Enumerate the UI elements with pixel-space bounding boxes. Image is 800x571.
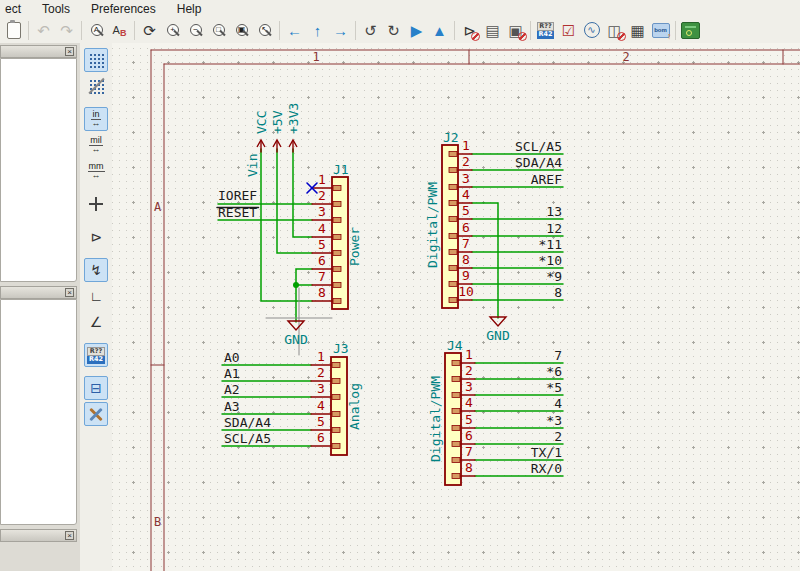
fields-table-button[interactable]: ▦	[626, 19, 649, 42]
menu-help[interactable]: Help	[175, 2, 204, 16]
pin-number: 1	[465, 347, 473, 362]
power-symbol-+5V[interactable]: +5V	[270, 110, 285, 152]
svg-text:*5: *5	[546, 380, 562, 395]
pcbnew-button[interactable]	[679, 19, 702, 42]
dock-panel-top-header[interactable]: ×	[0, 45, 77, 58]
net-label-2[interactable]: 2	[554, 429, 562, 444]
assign-footprints-button[interactable]: ◫	[603, 19, 626, 42]
tools-button[interactable]	[84, 402, 108, 426]
wire[interactable]	[261, 149, 312, 301]
net-label-A2[interactable]: A2	[224, 382, 240, 397]
annotate-button[interactable]: R??R42	[534, 19, 557, 42]
find-replace-button[interactable]: AB	[108, 19, 131, 42]
hidden-pins-icon: ⊳	[90, 230, 102, 244]
close-icon[interactable]: ×	[65, 288, 74, 297]
cursor-shape-button[interactable]	[84, 192, 108, 216]
net-label-Vin[interactable]: Vin	[245, 154, 260, 177]
svg-text:GND: GND	[486, 328, 510, 343]
symbol-editor-button[interactable]: ⊳	[458, 19, 481, 42]
undo-button[interactable]: ↶	[32, 19, 55, 42]
wire-90-button[interactable]: ∟	[84, 284, 108, 308]
grid-visibility-button[interactable]	[84, 48, 108, 72]
net-label-A3[interactable]: A3	[224, 399, 240, 414]
erc-button[interactable]: ☑	[557, 19, 580, 42]
dock-panel-bottom-body	[0, 542, 77, 562]
hidden-pins-button[interactable]: ⊳	[84, 225, 108, 249]
wire[interactable]	[293, 149, 312, 237]
connector-J1[interactable]: 12345678J1Power	[307, 162, 362, 309]
hierarchy-navigator-button[interactable]: ⊟	[84, 376, 108, 400]
units-inches-button[interactable]: in↔	[84, 107, 108, 131]
schematic-canvas[interactable]: 12AB12345678J1Power12345678910J2Digital/…	[112, 43, 800, 571]
rotate-cw-button[interactable]: ↻	[382, 19, 405, 42]
nav-up-icon: ↑	[314, 23, 322, 38]
hv-wires-button[interactable]: ↯	[84, 258, 108, 282]
nav-back-button[interactable]: ←	[283, 19, 306, 42]
bom-button[interactable]: bom	[649, 19, 672, 42]
nav-forward-button[interactable]: →	[329, 19, 352, 42]
zoom-in-button[interactable]: +	[161, 19, 184, 42]
menu-inspect-partial[interactable]: ect	[3, 2, 23, 16]
net-label-6[interactable]: *6	[546, 364, 562, 379]
grid-style-button[interactable]	[84, 74, 108, 98]
net-label-12[interactable]: 12	[546, 221, 562, 236]
power-symbol-GND[interactable]: GND	[284, 321, 308, 347]
menu-preferences[interactable]: Preferences	[89, 2, 158, 16]
net-label-A0[interactable]: A0	[224, 350, 240, 365]
units-mils-button[interactable]: mil↔	[84, 133, 108, 157]
net-label-SDAA4[interactable]: SDA/A4	[224, 415, 271, 430]
zoom-selection-button[interactable]: ▣	[230, 19, 253, 42]
dock-panel-bottom-header[interactable]: ×	[0, 529, 77, 542]
zoom-cursor-icon: ↖	[259, 24, 271, 36]
net-label-13[interactable]: 13	[546, 204, 562, 219]
net-label-AREF[interactable]: AREF	[531, 172, 562, 187]
zoom-cursor-button[interactable]: ↖	[253, 19, 276, 42]
net-label-RESET[interactable]: RESET	[217, 205, 259, 220]
power-symbol-GND[interactable]: GND	[486, 317, 510, 343]
net-label-4[interactable]: 4	[554, 396, 562, 411]
net-label-9[interactable]: *9	[546, 269, 562, 284]
paste-button[interactable]	[2, 19, 25, 42]
net-label-3[interactable]: *3	[546, 413, 562, 428]
power-symbol-+3V3[interactable]: +3V3	[286, 103, 301, 152]
close-icon[interactable]: ×	[65, 47, 74, 56]
dock-panel-middle-header[interactable]: ×	[0, 286, 77, 299]
rotate-ccw-button[interactable]: ↺	[359, 19, 382, 42]
close-icon[interactable]: ×	[65, 531, 74, 540]
net-label-11[interactable]: *11	[539, 237, 562, 252]
net-label-8[interactable]: 8	[554, 285, 562, 300]
net-label-5[interactable]: *5	[546, 380, 562, 395]
net-label-A1[interactable]: A1	[224, 366, 240, 381]
mirror-v-button[interactable]: ▲	[428, 19, 451, 42]
net-label-RX0[interactable]: RX/0	[531, 461, 562, 476]
net-label-SCLA5[interactable]: SCL/A5	[224, 431, 271, 446]
power-symbol-VCC[interactable]: VCC	[254, 111, 269, 152]
zoom-out-button[interactable]: −	[184, 19, 207, 42]
connector-J4[interactable]: 12345678J4Digital/PWM	[428, 338, 475, 485]
pin-notch	[332, 363, 340, 368]
simulator-button[interactable]: ∿	[580, 19, 603, 42]
redraw-button[interactable]: ⟳	[138, 19, 161, 42]
redo-button[interactable]: ↷	[55, 19, 78, 42]
wire-any-angle-icon: ∠	[90, 315, 103, 329]
connector-J3[interactable]: 123456J3Analog	[311, 341, 362, 455]
library-browser-button[interactable]: ▤	[481, 19, 504, 42]
mirror-h-button[interactable]: ▶	[405, 19, 428, 42]
wire-any-angle-button[interactable]: ∠	[84, 310, 108, 334]
net-label-SDAA4[interactable]: SDA/A4	[515, 155, 562, 170]
find-button[interactable]: A	[85, 19, 108, 42]
zoom-fit-button[interactable]: □	[207, 19, 230, 42]
annotate-side-button[interactable]: R??R42	[84, 343, 108, 367]
net-label-IOREF[interactable]: IOREF	[218, 188, 257, 203]
wire[interactable]	[296, 269, 312, 322]
net-label-10[interactable]: *10	[539, 253, 562, 268]
net-label-TX1[interactable]: TX/1	[531, 445, 562, 460]
component-value: Digital/PWM	[425, 182, 440, 268]
footprint-editor-button[interactable]: ▣	[504, 19, 527, 42]
net-label-SCLA5[interactable]: SCL/A5	[515, 139, 562, 154]
units-mm-button[interactable]: mm↔	[84, 159, 108, 183]
nav-up-button[interactable]: ↑	[306, 19, 329, 42]
net-label-7[interactable]: 7	[554, 348, 562, 363]
menu-tools[interactable]: Tools	[40, 2, 72, 16]
connector-J2[interactable]: 12345678910J2Digital/PWM	[425, 130, 474, 308]
